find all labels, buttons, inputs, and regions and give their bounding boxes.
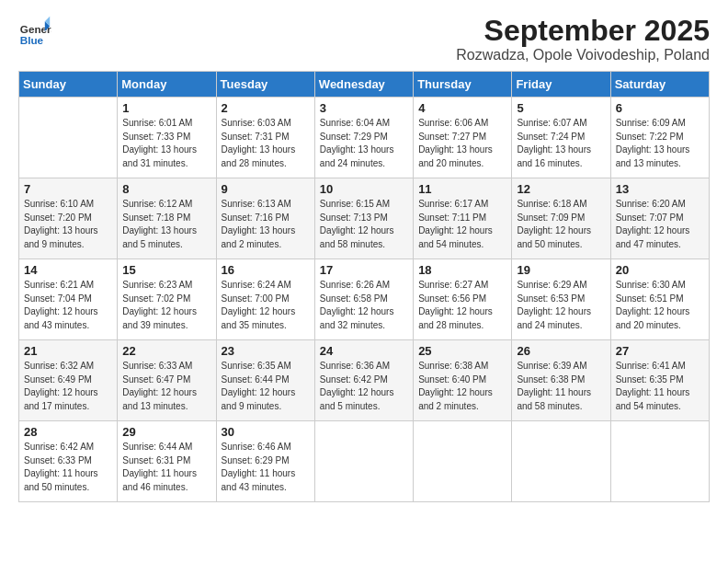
day-number: 9 [222,182,310,196]
day-detail: Sunrise: 6:04 AMSunset: 7:29 PMDaylight:… [320,117,408,170]
page-subtitle: Rozwadza, Opole Voivodeship, Poland [456,47,710,63]
day-detail: Sunrise: 6:36 AMSunset: 6:42 PMDaylight:… [320,360,408,413]
calendar-cell: 14Sunrise: 6:21 AMSunset: 7:04 PMDayligh… [19,259,118,340]
day-detail: Sunrise: 6:15 AMSunset: 7:13 PMDaylight:… [320,198,408,251]
day-detail: Sunrise: 6:32 AMSunset: 6:49 PMDaylight:… [24,360,112,413]
week-row-5: 28Sunrise: 6:42 AMSunset: 6:33 PMDayligh… [19,421,710,502]
day-detail: Sunrise: 6:17 AMSunset: 7:11 PMDaylight:… [418,198,506,251]
day-number: 19 [517,263,605,277]
day-number: 12 [517,182,605,196]
week-row-4: 21Sunrise: 6:32 AMSunset: 6:49 PMDayligh… [19,340,710,421]
day-number: 13 [616,182,704,196]
week-row-3: 14Sunrise: 6:21 AMSunset: 7:04 PMDayligh… [19,259,710,340]
day-detail: Sunrise: 6:30 AMSunset: 6:51 PMDaylight:… [616,279,704,332]
day-detail: Sunrise: 6:06 AMSunset: 7:27 PMDaylight:… [418,117,506,170]
svg-text:Blue: Blue [20,34,44,46]
day-number: 29 [122,425,210,439]
calendar-cell: 6Sunrise: 6:09 AMSunset: 7:22 PMDaylight… [610,98,709,178]
calendar-cell: 20Sunrise: 6:30 AMSunset: 6:51 PMDayligh… [610,259,709,340]
header-sunday: Sunday [19,72,118,98]
day-detail: Sunrise: 6:38 AMSunset: 6:40 PMDaylight:… [418,360,506,413]
calendar-cell: 12Sunrise: 6:18 AMSunset: 7:09 PMDayligh… [512,178,610,259]
calendar-cell: 18Sunrise: 6:27 AMSunset: 6:56 PMDayligh… [414,259,512,340]
day-number: 27 [616,344,704,358]
logo-icon: General Blue [18,15,51,48]
calendar-cell: 16Sunrise: 6:24 AMSunset: 7:00 PMDayligh… [216,259,314,340]
day-number: 5 [517,101,605,115]
week-row-1: 1Sunrise: 6:01 AMSunset: 7:33 PMDaylight… [19,98,710,178]
header-thursday: Thursday [414,72,512,98]
day-number: 18 [418,263,506,277]
calendar-cell: 26Sunrise: 6:39 AMSunset: 6:38 PMDayligh… [512,340,610,421]
calendar-cell: 29Sunrise: 6:44 AMSunset: 6:31 PMDayligh… [118,421,216,502]
day-detail: Sunrise: 6:39 AMSunset: 6:38 PMDaylight:… [517,360,605,413]
header-saturday: Saturday [610,72,709,98]
header-monday: Monday [118,72,216,98]
day-number: 28 [24,425,112,439]
calendar-cell: 7Sunrise: 6:10 AMSunset: 7:20 PMDaylight… [19,178,118,259]
day-number: 3 [320,101,408,115]
calendar-cell: 11Sunrise: 6:17 AMSunset: 7:11 PMDayligh… [414,178,512,259]
calendar-cell: 24Sunrise: 6:36 AMSunset: 6:42 PMDayligh… [314,340,413,421]
day-detail: Sunrise: 6:01 AMSunset: 7:33 PMDaylight:… [122,117,210,170]
day-detail: Sunrise: 6:46 AMSunset: 6:29 PMDaylight:… [222,441,310,494]
day-number: 2 [222,101,310,115]
day-number: 15 [122,263,210,277]
calendar-cell: 3Sunrise: 6:04 AMSunset: 7:29 PMDaylight… [314,98,413,178]
calendar-cell: 21Sunrise: 6:32 AMSunset: 6:49 PMDayligh… [19,340,118,421]
day-detail: Sunrise: 6:03 AMSunset: 7:31 PMDaylight:… [222,117,310,170]
page-header: General Blue September 2025 Rozwadza, Op… [18,15,710,63]
day-number: 21 [24,344,112,358]
calendar-cell: 8Sunrise: 6:12 AMSunset: 7:18 PMDaylight… [118,178,216,259]
day-detail: Sunrise: 6:42 AMSunset: 6:33 PMDaylight:… [24,441,112,494]
day-number: 16 [222,263,310,277]
day-number: 1 [122,101,210,115]
day-detail: Sunrise: 6:44 AMSunset: 6:31 PMDaylight:… [122,441,210,494]
day-detail: Sunrise: 6:26 AMSunset: 6:58 PMDaylight:… [320,279,408,332]
day-number: 20 [616,263,704,277]
calendar-cell: 2Sunrise: 6:03 AMSunset: 7:31 PMDaylight… [216,98,314,178]
day-number: 4 [418,101,506,115]
calendar-header-row: SundayMondayTuesdayWednesdayThursdayFrid… [19,72,710,98]
day-detail: Sunrise: 6:13 AMSunset: 7:16 PMDaylight:… [222,198,310,251]
day-number: 30 [222,425,310,439]
day-number: 26 [517,344,605,358]
day-number: 24 [320,344,408,358]
day-detail: Sunrise: 6:18 AMSunset: 7:09 PMDaylight:… [517,198,605,251]
day-number: 14 [24,263,112,277]
calendar-cell: 4Sunrise: 6:06 AMSunset: 7:27 PMDaylight… [414,98,512,178]
calendar-cell [512,421,610,502]
calendar-cell: 5Sunrise: 6:07 AMSunset: 7:24 PMDaylight… [512,98,610,178]
week-row-2: 7Sunrise: 6:10 AMSunset: 7:20 PMDaylight… [19,178,710,259]
day-detail: Sunrise: 6:10 AMSunset: 7:20 PMDaylight:… [24,198,112,251]
day-detail: Sunrise: 6:35 AMSunset: 6:44 PMDaylight:… [222,360,310,413]
day-number: 6 [616,101,704,115]
calendar-cell: 15Sunrise: 6:23 AMSunset: 7:02 PMDayligh… [118,259,216,340]
calendar-cell [414,421,512,502]
page-title: September 2025 [456,15,710,47]
day-number: 22 [122,344,210,358]
calendar-cell: 23Sunrise: 6:35 AMSunset: 6:44 PMDayligh… [216,340,314,421]
day-detail: Sunrise: 6:20 AMSunset: 7:07 PMDaylight:… [616,198,704,251]
day-number: 8 [122,182,210,196]
day-detail: Sunrise: 6:33 AMSunset: 6:47 PMDaylight:… [122,360,210,413]
calendar-cell: 19Sunrise: 6:29 AMSunset: 6:53 PMDayligh… [512,259,610,340]
calendar-cell [19,98,118,178]
calendar-cell: 13Sunrise: 6:20 AMSunset: 7:07 PMDayligh… [610,178,709,259]
calendar-cell: 30Sunrise: 6:46 AMSunset: 6:29 PMDayligh… [216,421,314,502]
day-detail: Sunrise: 6:23 AMSunset: 7:02 PMDaylight:… [122,279,210,332]
calendar-cell: 1Sunrise: 6:01 AMSunset: 7:33 PMDaylight… [118,98,216,178]
day-detail: Sunrise: 6:24 AMSunset: 7:00 PMDaylight:… [222,279,310,332]
header-tuesday: Tuesday [216,72,314,98]
day-detail: Sunrise: 6:12 AMSunset: 7:18 PMDaylight:… [122,198,210,251]
day-detail: Sunrise: 6:41 AMSunset: 6:35 PMDaylight:… [616,360,704,413]
calendar-cell [314,421,413,502]
calendar-cell: 27Sunrise: 6:41 AMSunset: 6:35 PMDayligh… [610,340,709,421]
day-detail: Sunrise: 6:21 AMSunset: 7:04 PMDaylight:… [24,279,112,332]
calendar-cell: 10Sunrise: 6:15 AMSunset: 7:13 PMDayligh… [314,178,413,259]
calendar-cell: 9Sunrise: 6:13 AMSunset: 7:16 PMDaylight… [216,178,314,259]
day-number: 11 [418,182,506,196]
header-friday: Friday [512,72,610,98]
day-number: 23 [222,344,310,358]
logo: General Blue [18,15,51,48]
